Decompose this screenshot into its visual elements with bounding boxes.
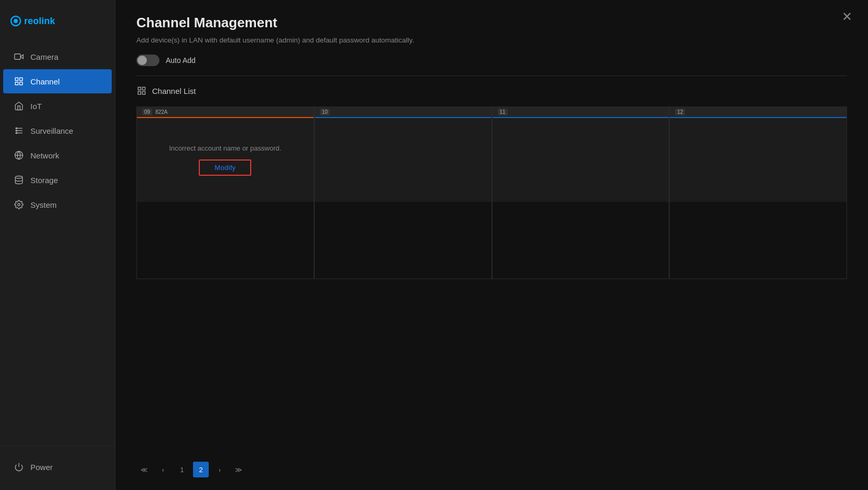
svg-rect-21 bbox=[138, 92, 141, 94]
pagination: ≪ ‹ 1 2 › ≫ bbox=[115, 451, 868, 490]
auto-add-toggle[interactable] bbox=[136, 55, 159, 66]
sidebar-bottom: Power bbox=[0, 445, 115, 490]
svg-point-11 bbox=[16, 127, 17, 129]
svg-point-12 bbox=[16, 130, 17, 131]
channel-cell-12: 12 bbox=[669, 106, 847, 279]
auto-add-row: Auto Add bbox=[115, 55, 868, 66]
svg-rect-20 bbox=[143, 87, 145, 90]
svg-rect-7 bbox=[20, 82, 23, 85]
page-subtitle: Add device(s) in LAN with default userna… bbox=[136, 36, 847, 44]
channel-error-text-09: Incorrect account name or password. bbox=[169, 144, 281, 152]
iot-icon bbox=[14, 101, 24, 111]
sidebar: reolink Camera Channel bbox=[0, 0, 115, 490]
channel-number-09: 09 bbox=[142, 109, 152, 115]
close-button[interactable]: ✕ bbox=[839, 8, 855, 25]
page-first-button[interactable]: ≪ bbox=[136, 462, 152, 477]
page-title: Channel Management bbox=[136, 15, 847, 31]
content-spacer bbox=[115, 279, 868, 452]
sidebar-item-network[interactable]: Network bbox=[3, 143, 112, 167]
page-1-button[interactable]: 1 bbox=[174, 462, 190, 477]
toggle-knob bbox=[137, 56, 147, 65]
sidebar-item-network-label: Network bbox=[30, 151, 59, 160]
channel-cell-09: 09 822A Incorrect account name or passwo… bbox=[136, 106, 314, 279]
svg-point-16 bbox=[15, 176, 23, 179]
sidebar-item-storage[interactable]: Storage bbox=[3, 168, 112, 192]
camera-icon bbox=[14, 51, 24, 62]
svg-rect-6 bbox=[15, 82, 18, 85]
channel-icon bbox=[14, 76, 24, 87]
channel-list-icon bbox=[136, 86, 147, 96]
channel-content-12 bbox=[670, 118, 846, 202]
sidebar-item-channel[interactable]: Channel bbox=[3, 69, 112, 93]
content-header: Channel Management Add device(s) in LAN … bbox=[115, 0, 868, 55]
svg-rect-4 bbox=[15, 78, 18, 80]
svg-point-13 bbox=[16, 132, 17, 133]
page-2-button[interactable]: 2 bbox=[193, 462, 209, 477]
sidebar-item-surveillance[interactable]: Surveillance bbox=[3, 119, 112, 143]
svg-rect-5 bbox=[20, 78, 23, 80]
sidebar-item-system[interactable]: System bbox=[3, 193, 112, 217]
power-label: Power bbox=[30, 463, 53, 472]
sidebar-item-camera[interactable]: Camera bbox=[3, 45, 112, 69]
channel-number-11: 11 bbox=[498, 109, 508, 115]
power-icon bbox=[14, 462, 24, 472]
channel-cell-10: 10 bbox=[314, 106, 492, 279]
channel-number-10: 10 bbox=[320, 109, 330, 115]
surveillance-icon bbox=[14, 125, 24, 136]
sidebar-item-surveillance-label: Surveillance bbox=[30, 126, 73, 135]
sidebar-nav: Camera Channel IoT bbox=[0, 42, 115, 445]
channel-list-title: Channel List bbox=[152, 87, 196, 95]
channel-name-09: 822A bbox=[155, 109, 167, 115]
storage-icon bbox=[14, 175, 24, 185]
channel-grid: 09 822A Incorrect account name or passwo… bbox=[115, 101, 868, 279]
power-button[interactable]: Power bbox=[3, 455, 112, 479]
page-last-button[interactable]: ≫ bbox=[231, 462, 247, 477]
channel-cell-11: 11 bbox=[492, 106, 670, 279]
sidebar-item-camera-label: Camera bbox=[30, 52, 58, 61]
channel-content-11 bbox=[492, 118, 669, 202]
channel-content-10 bbox=[315, 118, 491, 202]
svg-rect-22 bbox=[143, 92, 145, 94]
svg-text:reolink: reolink bbox=[24, 16, 56, 26]
auto-add-label: Auto Add bbox=[166, 56, 196, 65]
sidebar-item-iot[interactable]: IoT bbox=[3, 94, 112, 118]
modify-button-09[interactable]: Modify bbox=[199, 159, 251, 176]
page-next-button[interactable]: › bbox=[212, 462, 228, 477]
svg-point-17 bbox=[18, 204, 20, 206]
main-content: ✕ Channel Management Add device(s) in LA… bbox=[115, 0, 868, 490]
page-prev-button[interactable]: ‹ bbox=[155, 462, 171, 477]
logo-area: reolink bbox=[0, 0, 115, 42]
system-icon bbox=[14, 199, 24, 210]
sidebar-item-channel-label: Channel bbox=[30, 77, 60, 86]
svg-rect-3 bbox=[15, 54, 20, 60]
svg-rect-19 bbox=[138, 87, 141, 90]
channel-number-12: 12 bbox=[675, 109, 685, 115]
svg-point-1 bbox=[14, 19, 18, 23]
channel-content-09: Incorrect account name or password. Modi… bbox=[137, 118, 314, 202]
sidebar-item-iot-label: IoT bbox=[30, 102, 42, 111]
network-icon bbox=[14, 150, 24, 161]
sidebar-item-storage-label: Storage bbox=[30, 176, 58, 185]
reolink-logo: reolink bbox=[10, 12, 73, 30]
sidebar-item-system-label: System bbox=[30, 200, 57, 209]
channel-list-header: Channel List bbox=[115, 76, 868, 101]
